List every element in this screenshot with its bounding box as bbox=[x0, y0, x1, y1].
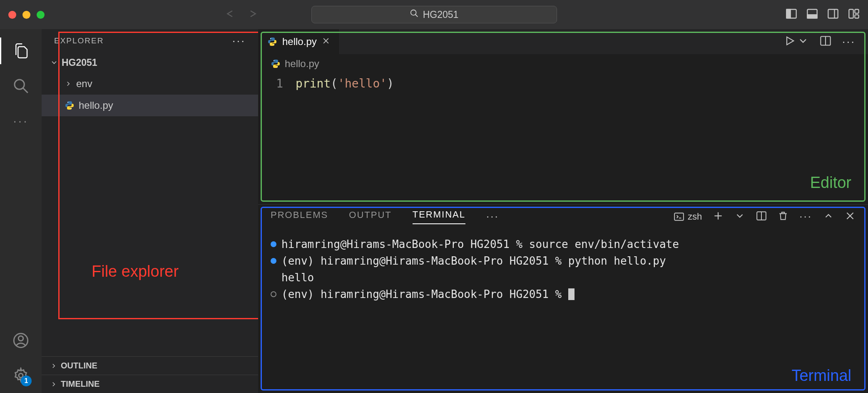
terminal-line: hiramring@Hirams-MacBook-Pro HG2051 % so… bbox=[281, 236, 679, 253]
panel-overflow-icon[interactable]: ··· bbox=[486, 210, 499, 223]
svg-line-12 bbox=[23, 88, 28, 93]
terminal-bullet-icon bbox=[271, 241, 276, 247]
titlebar: HG2051 bbox=[0, 0, 868, 29]
terminal-line: hello bbox=[281, 269, 314, 286]
explorer-more-actions-icon[interactable]: ··· bbox=[232, 38, 246, 44]
outline-label: OUTLINE bbox=[61, 361, 97, 370]
line-gutter: 1 bbox=[258, 76, 296, 204]
svg-rect-5 bbox=[807, 15, 817, 18]
svg-line-1 bbox=[415, 15, 418, 17]
annotation-terminal-label: Terminal bbox=[791, 367, 851, 385]
terminal-cursor bbox=[568, 288, 575, 300]
split-editor-icon[interactable] bbox=[820, 35, 831, 48]
svg-rect-3 bbox=[786, 10, 790, 18]
settings-gear-icon[interactable]: 1 bbox=[12, 366, 30, 385]
activity-bar: ··· 1 bbox=[0, 29, 42, 393]
search-activity-icon[interactable] bbox=[12, 77, 30, 95]
panel-tabs: PROBLEMS OUTPUT TERMINAL ··· zsh bbox=[258, 204, 868, 228]
editor-region: hello.py bbox=[258, 29, 868, 204]
svg-point-19 bbox=[274, 45, 274, 45]
svg-point-17 bbox=[71, 108, 72, 109]
command-center[interactable]: HG2051 bbox=[311, 6, 557, 23]
svg-point-25 bbox=[277, 67, 278, 68]
nav-forward-button[interactable] bbox=[248, 8, 259, 21]
more-activity-icon[interactable]: ··· bbox=[12, 112, 30, 130]
tree-file-hello-py[interactable]: hello.py bbox=[42, 95, 258, 116]
panel-tab-output[interactable]: OUTPUT bbox=[349, 210, 391, 224]
split-terminal-icon[interactable] bbox=[756, 210, 767, 223]
svg-rect-8 bbox=[849, 10, 853, 18]
svg-rect-6 bbox=[828, 10, 838, 18]
new-terminal-icon[interactable] bbox=[713, 210, 724, 223]
svg-point-18 bbox=[270, 38, 271, 39]
panel-more-actions-icon[interactable]: ··· bbox=[799, 210, 812, 223]
terminal-line: (env) hiramring@Hirams-MacBook-Pro HG205… bbox=[281, 286, 568, 303]
run-file-icon[interactable] bbox=[784, 35, 796, 48]
panel: PROBLEMS OUTPUT TERMINAL ··· zsh bbox=[258, 204, 868, 393]
tree-folder-env[interactable]: env bbox=[42, 73, 258, 95]
command-center-text: HG2051 bbox=[423, 9, 459, 20]
tree-item-label: hello.py bbox=[79, 100, 113, 111]
layout-controls bbox=[786, 8, 860, 21]
nav-back-button[interactable] bbox=[224, 8, 235, 21]
annotation-file-explorer-label: File explorer bbox=[92, 263, 179, 280]
terminal-shell-profile[interactable]: zsh bbox=[674, 211, 702, 222]
svg-point-11 bbox=[15, 80, 24, 89]
toggle-secondary-sidebar-icon[interactable] bbox=[827, 8, 839, 21]
python-file-icon bbox=[65, 100, 75, 110]
accounts-icon[interactable] bbox=[12, 331, 30, 350]
window-controls bbox=[8, 11, 45, 19]
svg-point-14 bbox=[18, 336, 23, 341]
editor-tab-hello-py[interactable]: hello.py bbox=[258, 29, 340, 54]
terminal-bullet-icon bbox=[271, 291, 276, 297]
explorer-sidebar: EXPLORER ··· HG2051 env hello.py OUTLINE bbox=[42, 29, 258, 393]
line-number: 1 bbox=[258, 76, 283, 92]
toggle-primary-sidebar-icon[interactable] bbox=[786, 8, 797, 21]
editor-tabs: hello.py bbox=[258, 29, 868, 54]
root-folder-name: HG2051 bbox=[62, 57, 97, 68]
svg-point-0 bbox=[410, 10, 416, 15]
run-dropdown-icon[interactable] bbox=[797, 35, 809, 48]
svg-point-16 bbox=[67, 102, 68, 103]
kill-terminal-icon[interactable] bbox=[778, 210, 788, 223]
new-terminal-dropdown-icon[interactable] bbox=[734, 210, 745, 223]
svg-rect-10 bbox=[855, 15, 858, 18]
timeline-section-header[interactable]: TIMELINE bbox=[42, 375, 258, 393]
minimize-window-button[interactable] bbox=[22, 11, 30, 19]
annotation-editor-label: Editor bbox=[810, 174, 851, 192]
terminal-line: (env) hiramring@Hirams-MacBook-Pro HG205… bbox=[281, 253, 666, 269]
close-tab-icon[interactable] bbox=[322, 36, 330, 48]
editor-more-actions-icon[interactable]: ··· bbox=[842, 35, 856, 48]
outline-section-header[interactable]: OUTLINE bbox=[42, 356, 258, 375]
editor-group: hello.py bbox=[258, 29, 868, 393]
toggle-panel-icon[interactable] bbox=[806, 8, 818, 21]
python-file-icon bbox=[267, 37, 277, 47]
timeline-label: TIMELINE bbox=[61, 379, 99, 389]
breadcrumbs[interactable]: hello.py bbox=[258, 54, 868, 73]
python-file-icon bbox=[271, 59, 281, 69]
svg-point-24 bbox=[274, 60, 274, 61]
customize-layout-icon[interactable] bbox=[848, 8, 860, 21]
root-folder-header[interactable]: HG2051 bbox=[42, 52, 258, 73]
close-window-button[interactable] bbox=[8, 11, 16, 19]
tab-filename: hello.py bbox=[282, 36, 317, 48]
maximize-window-button[interactable] bbox=[37, 11, 45, 19]
search-icon bbox=[410, 9, 419, 20]
tree-item-label: env bbox=[76, 78, 92, 90]
explorer-title: EXPLORER bbox=[54, 36, 104, 45]
svg-rect-26 bbox=[674, 213, 684, 220]
explorer-activity-icon[interactable] bbox=[12, 42, 30, 60]
terminal-bullet-icon bbox=[271, 258, 276, 264]
panel-tab-terminal[interactable]: TERMINAL bbox=[413, 209, 465, 224]
code-line: print('hello') bbox=[296, 76, 868, 92]
code-editor[interactable]: 1 print('hello') bbox=[258, 73, 868, 204]
shell-name: zsh bbox=[688, 211, 702, 222]
terminal-body[interactable]: hiramring@Hirams-MacBook-Pro HG2051 % so… bbox=[258, 228, 868, 393]
settings-badge: 1 bbox=[21, 375, 32, 386]
close-panel-icon[interactable] bbox=[845, 210, 856, 223]
svg-rect-9 bbox=[855, 10, 858, 13]
panel-tab-problems[interactable]: PROBLEMS bbox=[271, 210, 328, 224]
maximize-panel-icon[interactable] bbox=[823, 210, 834, 223]
breadcrumb-file: hello.py bbox=[285, 58, 319, 70]
